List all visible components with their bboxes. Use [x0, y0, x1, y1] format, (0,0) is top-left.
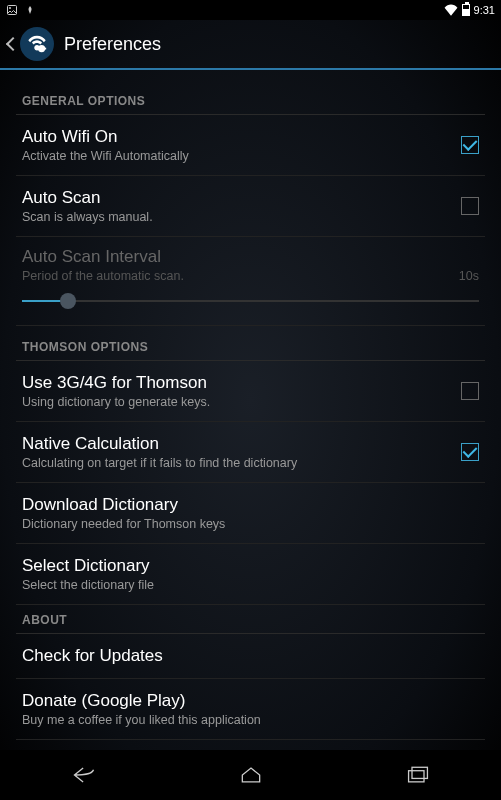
interval-slider	[22, 293, 479, 309]
pref-summary: Scan is always manual.	[22, 210, 461, 224]
pref-summary: Activate the Wifi Automatically	[22, 149, 461, 163]
nav-back-button[interactable]	[59, 760, 109, 790]
pref-changelog[interactable]: Changelog	[16, 740, 485, 750]
status-bar: 9:31	[0, 0, 501, 20]
app-icon	[20, 27, 54, 61]
pref-title: Use 3G/4G for Thomson	[22, 373, 461, 393]
section-general: GENERAL OPTIONS	[16, 80, 485, 115]
interval-value: 10s	[459, 269, 479, 283]
preferences-list: GENERAL OPTIONS Auto Wifi On Activate th…	[0, 70, 501, 750]
pref-use-3g[interactable]: Use 3G/4G for Thomson Using dictionary t…	[16, 361, 485, 422]
checkbox-native-calc[interactable]	[461, 443, 479, 461]
pref-donate[interactable]: Donate (Google Play) Buy me a coffee if …	[16, 679, 485, 740]
section-thomson: THOMSON OPTIONS	[16, 326, 485, 361]
svg-rect-0	[8, 6, 17, 15]
pref-scan-interval: Auto Scan Interval Period of the automat…	[16, 237, 485, 326]
pref-summary: Select the dictionary file	[22, 578, 479, 592]
pref-title: Auto Scan	[22, 188, 461, 208]
nav-recents-button[interactable]	[393, 760, 443, 790]
svg-rect-5	[412, 767, 427, 778]
clock: 9:31	[474, 4, 495, 16]
checkbox-use-3g[interactable]	[461, 382, 479, 400]
pref-title: Auto Scan Interval	[22, 247, 459, 267]
navigation-bar	[0, 750, 501, 800]
nav-home-button[interactable]	[226, 760, 276, 790]
pref-summary: Dictionary needed for Thomson keys	[22, 517, 479, 531]
pref-title: Check for Updates	[22, 646, 479, 666]
slider-thumb	[60, 293, 76, 309]
wifi-notification-icon	[24, 4, 36, 16]
pref-summary: Period of the automatic scan.	[22, 269, 459, 283]
pref-auto-wifi[interactable]: Auto Wifi On Activate the Wifi Automatic…	[16, 115, 485, 176]
svg-point-1	[9, 7, 11, 9]
section-about: ABOUT	[16, 605, 485, 634]
pref-auto-scan[interactable]: Auto Scan Scan is always manual.	[16, 176, 485, 237]
pref-title: Download Dictionary	[22, 495, 479, 515]
pref-title: Select Dictionary	[22, 556, 479, 576]
pref-title: Native Calculation	[22, 434, 461, 454]
pref-summary: Calculating on target if it fails to fin…	[22, 456, 461, 470]
pref-title: Donate (Google Play)	[22, 691, 479, 711]
svg-rect-3	[43, 48, 46, 50]
page-title: Preferences	[64, 34, 161, 55]
checkbox-auto-wifi[interactable]	[461, 136, 479, 154]
image-notification-icon	[6, 4, 18, 16]
checkbox-auto-scan[interactable]	[461, 197, 479, 215]
wifi-icon	[444, 4, 458, 16]
pref-native-calc[interactable]: Native Calculation Calculating on target…	[16, 422, 485, 483]
pref-title: Auto Wifi On	[22, 127, 461, 147]
action-bar[interactable]: Preferences	[0, 20, 501, 70]
pref-summary: Buy me a coffee if you liked this applic…	[22, 713, 479, 727]
battery-icon	[462, 4, 470, 16]
pref-check-updates[interactable]: Check for Updates	[16, 634, 485, 679]
pref-summary: Using dictionary to generate keys.	[22, 395, 461, 409]
pref-select-dict[interactable]: Select Dictionary Select the dictionary …	[16, 544, 485, 605]
svg-rect-4	[408, 771, 423, 782]
back-icon	[6, 37, 20, 51]
pref-download-dict[interactable]: Download Dictionary Dictionary needed fo…	[16, 483, 485, 544]
